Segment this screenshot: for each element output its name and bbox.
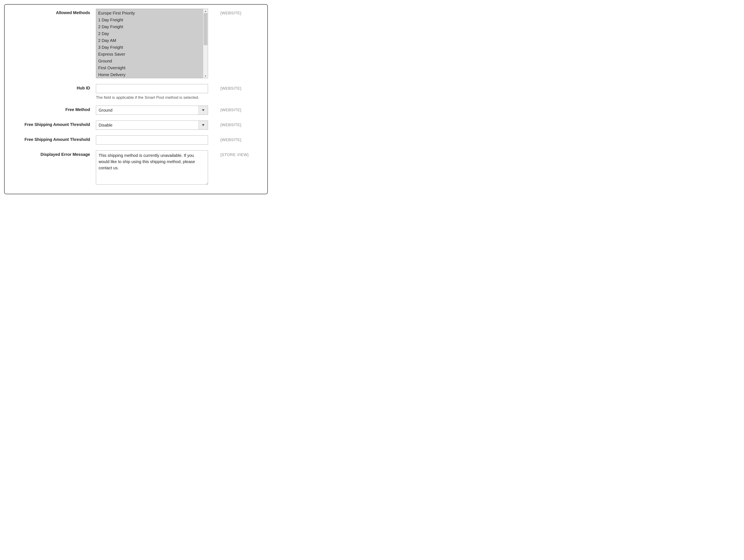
scope-label: [WEBSITE] [208,135,241,142]
list-item[interactable]: First Overnight [98,65,208,71]
scope-label: [WEBSITE] [208,121,241,127]
free-method-value: Ground [96,106,208,115]
list-item[interactable]: Ground [98,58,208,65]
list-item[interactable]: Europe First Priority [98,10,208,16]
row-free-method: Free Method Ground [WEBSITE] [13,106,259,115]
scope-label: [WEBSITE] [208,9,241,15]
list-item[interactable]: 3 Day Freight [98,44,208,51]
scrollbar[interactable]: ▲ ▼ [203,9,208,78]
label-hub-id: Hub ID [13,84,96,90]
scope-label: [WEBSITE] [208,84,241,91]
label-free-method: Free Method [13,106,96,112]
list-item[interactable]: 2 Day AM [98,37,208,44]
free-method-select[interactable]: Ground [96,106,208,115]
free-threshold-input[interactable] [96,135,208,145]
row-free-threshold-select: Free Shipping Amount Threshold Disable [… [13,121,259,130]
row-free-threshold-input: Free Shipping Amount Threshold [WEBSITE] [13,135,259,145]
free-threshold-select-value: Disable [96,121,208,130]
row-hub-id: Hub ID The field is applicable if the Sm… [13,84,259,100]
hub-id-help-text: The field is applicable if the Smart Pos… [96,95,208,100]
allowed-methods-multiselect[interactable]: Europe First Priority 1 Day Freight 2 Da… [96,9,208,78]
list-item[interactable]: 2 Day [98,30,208,37]
label-allowed-methods: Allowed Methods [13,9,96,15]
scope-label: [STORE VIEW] [208,151,249,157]
list-item[interactable]: 1 Day Freight [98,16,208,24]
label-error-message: Displayed Error Message [13,151,96,157]
list-item[interactable]: Home Delivery [98,71,208,78]
scroll-up-icon[interactable]: ▲ [203,9,208,13]
scope-label: [WEBSITE] [208,106,241,112]
config-panel: Allowed Methods Europe First Priority 1 … [4,4,268,194]
list-item[interactable]: 2 Day Freight [98,24,208,30]
error-message-textarea[interactable] [96,151,208,185]
label-free-threshold-select: Free Shipping Amount Threshold [13,121,96,127]
scroll-down-icon[interactable]: ▼ [203,74,208,78]
scroll-thumb[interactable] [203,13,208,45]
free-threshold-select[interactable]: Disable [96,121,208,130]
hub-id-input[interactable] [96,84,208,93]
list-item[interactable]: Express Saver [98,51,208,58]
allowed-methods-list: Europe First Priority 1 Day Freight 2 Da… [96,9,208,78]
row-allowed-methods: Allowed Methods Europe First Priority 1 … [13,9,259,78]
row-error-message: Displayed Error Message [STORE VIEW] [13,151,259,186]
label-free-threshold-input: Free Shipping Amount Threshold [13,135,96,142]
